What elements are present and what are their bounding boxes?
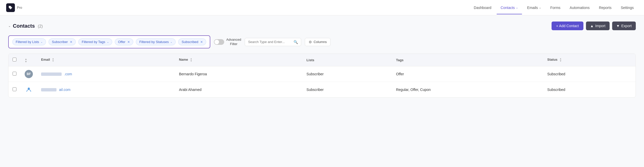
sort-header-cell[interactable]: ▲▼ <box>21 54 37 66</box>
row-checkbox[interactable] <box>13 87 16 91</box>
filter-chip-filtered-by-lists[interactable]: Filtered by Lists ⌄ <box>12 38 46 45</box>
chevron-down-icon: ⌄ <box>170 40 172 43</box>
row-email-cell: .com <box>37 66 175 82</box>
table-row: ail.com Arabi Ahamed Subscriber Regular,… <box>8 82 636 98</box>
top-navigation: Pro Dashboard Contacts ⌄ Emails ⌄ Forms … <box>0 0 644 15</box>
up-down-sort-icon: ▲▼ <box>25 58 27 63</box>
import-button[interactable]: ▲ Import <box>586 22 610 30</box>
search-input[interactable] <box>248 40 292 44</box>
advanced-filter-area: AdvancedFilter <box>214 38 241 46</box>
filter-chip-filtered-by-statuses[interactable]: Filtered by Statuses ⌄ <box>136 38 176 45</box>
header-actions: + Add Contact ▲ Import ▼ Export <box>552 22 636 30</box>
row-checkbox-cell[interactable] <box>8 66 21 82</box>
select-all-checkbox[interactable] <box>13 58 16 61</box>
download-icon: ▼ <box>616 24 620 28</box>
row-avatar-cell: BF <box>21 66 37 82</box>
row-name-cell: Arabi Ahamed <box>175 82 302 98</box>
chevron-down-icon: ⌄ <box>516 6 518 9</box>
filter-chip-subscriber[interactable]: Subscriber ✕ <box>49 38 76 45</box>
email-blurred <box>41 88 56 91</box>
advanced-filter-toggle[interactable] <box>214 39 224 45</box>
gear-icon: ⚙ <box>309 40 312 44</box>
select-all-header[interactable] <box>8 54 21 66</box>
logo-area: Pro <box>6 3 22 12</box>
email-domain[interactable]: .com <box>64 72 72 76</box>
contacts-table: ▲▼ Email ▲▼ Name ▲▼ Lists T <box>8 54 636 98</box>
filter-chip-offer[interactable]: Offer ✕ <box>115 38 134 45</box>
row-status-cell: Subscribed <box>543 82 636 98</box>
row-email-cell: ail.com <box>37 82 175 98</box>
row-tags-cell: Offer <box>392 66 543 82</box>
nav-links: Dashboard Contacts ⌄ Emails ⌄ Forms Auto… <box>470 4 638 12</box>
table-header-row: ▲▼ Email ▲▼ Name ▲▼ Lists T <box>8 54 636 66</box>
chevron-down-icon: ⌄ <box>539 6 541 9</box>
col-header-name[interactable]: Name ▲▼ <box>175 54 302 66</box>
sort-icon: ▲▼ <box>560 58 562 62</box>
contact-count: (2) <box>38 24 43 28</box>
email-domain[interactable]: ail.com <box>59 88 70 92</box>
row-avatar-cell <box>21 82 37 98</box>
nav-item-contacts[interactable]: Contacts ⌄ <box>497 4 522 12</box>
filter-chip-filtered-by-tags[interactable]: Filtered by Tags ⌄ <box>78 38 112 45</box>
email-blurred <box>41 72 62 76</box>
filter-chip-subscribed[interactable]: Subscribed ✕ <box>178 38 206 45</box>
table-row: BF .com Bernardo Figeroa Subscriber Offe… <box>8 66 636 82</box>
close-icon[interactable]: ✕ <box>70 40 72 44</box>
nav-item-forms[interactable]: Forms <box>546 4 565 12</box>
columns-button[interactable]: ⚙ Columns <box>305 38 330 46</box>
nav-item-emails[interactable]: Emails ⌄ <box>523 4 545 12</box>
row-checkbox[interactable] <box>13 72 16 76</box>
row-name-cell: Bernardo Figeroa <box>175 66 302 82</box>
row-tags-cell: Regular, Offer, Cupon <box>392 82 543 98</box>
page-title-area: ⌄ Contacts (2) <box>8 23 43 29</box>
filter-chips-container: Filtered by Lists ⌄ Subscriber ✕ Filtere… <box>8 35 210 48</box>
row-checkbox-cell[interactable] <box>8 82 21 98</box>
app-name: Pro <box>17 6 22 9</box>
search-icon: 🔍 <box>293 40 298 44</box>
chevron-down-icon: ⌄ <box>41 40 43 43</box>
row-status-cell: Subscribed <box>543 66 636 82</box>
advanced-filter-label: AdvancedFilter <box>226 38 241 46</box>
col-header-email[interactable]: Email ▲▼ <box>37 54 175 66</box>
nav-item-settings[interactable]: Settings <box>617 4 638 12</box>
col-header-lists: Lists <box>302 54 392 66</box>
page-content: ⌄ Contacts (2) + Add Contact ▲ Import ▼ … <box>0 15 644 104</box>
chevron-down-icon: ⌄ <box>8 24 11 28</box>
filter-controls-row: Filtered by Lists ⌄ Subscriber ✕ Filtere… <box>8 35 636 48</box>
row-lists-cell: Subscriber <box>302 82 392 98</box>
page-title: Contacts (2) <box>13 23 43 29</box>
close-icon[interactable]: ✕ <box>127 40 130 44</box>
logo-icon[interactable] <box>6 3 15 12</box>
sort-icon: ▲▼ <box>52 58 54 62</box>
avatar: BF <box>25 70 33 78</box>
row-lists-cell: Subscriber <box>302 66 392 82</box>
sort-icon: ▲▼ <box>190 58 192 62</box>
nav-item-automations[interactable]: Automations <box>566 4 594 12</box>
page-header: ⌄ Contacts (2) + Add Contact ▲ Import ▼ … <box>8 22 636 30</box>
cloud-upload-icon: ▲ <box>590 24 594 28</box>
nav-item-dashboard[interactable]: Dashboard <box>470 4 496 12</box>
col-header-status[interactable]: Status ▲▼ <box>543 54 636 66</box>
nav-item-reports[interactable]: Reports <box>595 4 615 12</box>
close-icon[interactable]: ✕ <box>200 40 203 44</box>
add-contact-button[interactable]: + Add Contact <box>552 22 583 30</box>
export-button[interactable]: ▼ Export <box>612 22 636 30</box>
search-box[interactable]: 🔍 <box>245 38 301 46</box>
col-header-tags: Tags <box>392 54 543 66</box>
avatar <box>25 86 33 94</box>
svg-point-0 <box>28 88 30 90</box>
chevron-down-icon: ⌄ <box>107 40 109 43</box>
